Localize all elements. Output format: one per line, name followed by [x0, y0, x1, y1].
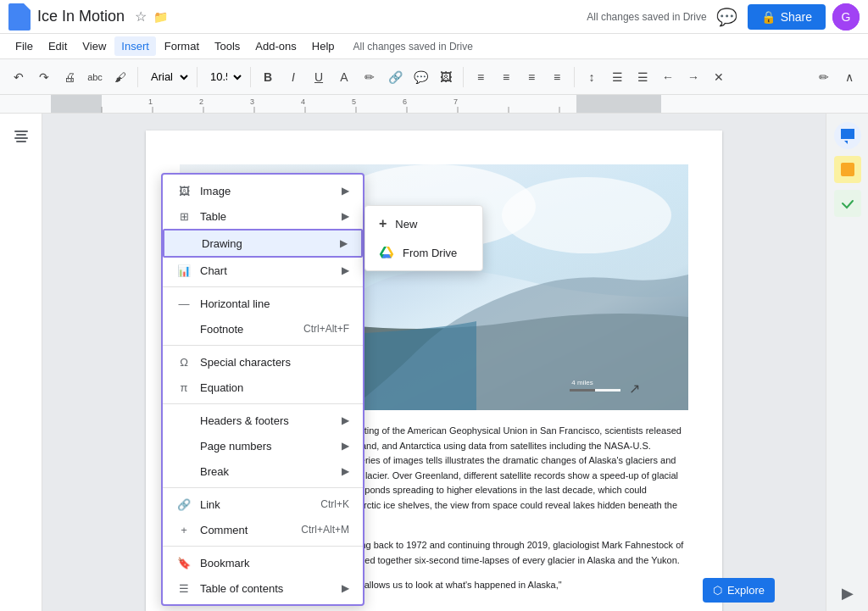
page-numbers-icon — [176, 438, 192, 453]
edit-tools-button[interactable]: ✏ — [812, 65, 836, 89]
menu-item-chart[interactable]: 📊 Chart ▶ — [163, 258, 363, 283]
indent-less-button[interactable]: ← — [656, 65, 680, 89]
drawing-from-drive[interactable]: From Drive — [365, 238, 482, 267]
menu-item-headers[interactable]: Headers & footers ▶ — [163, 408, 363, 433]
menu-item-footnote[interactable]: Footnote Ctrl+Alt+F — [163, 316, 363, 342]
fontsize-select[interactable]: 10.5 — [203, 65, 245, 89]
toolbar-separator-4 — [463, 67, 464, 87]
menu-divider-4 — [163, 487, 363, 488]
menu-item-page-numbers[interactable]: Page numbers ▶ — [163, 433, 363, 458]
menu-file[interactable]: File — [8, 36, 40, 56]
align-center-button[interactable]: ≡ — [494, 65, 518, 89]
svg-text:7: 7 — [453, 97, 458, 106]
menu-item-break[interactable]: Break ▶ — [163, 458, 363, 484]
spellcheck-button[interactable]: abc — [83, 65, 107, 89]
drawing-new[interactable]: + New — [365, 209, 482, 238]
drawing-menu-icon — [178, 236, 193, 251]
highlight-button[interactable]: ✏ — [358, 65, 381, 89]
title-bar: Ice In Motion ☆ 📁 All changes saved in D… — [0, 0, 868, 34]
svg-rect-21 — [14, 137, 28, 139]
right-comment-icon[interactable] — [834, 122, 861, 149]
underline-button[interactable]: U — [307, 65, 331, 89]
image-menu-icon: 🖼 — [176, 183, 192, 198]
svg-rect-0 — [51, 95, 102, 113]
menu-format[interactable]: Format — [158, 36, 206, 56]
menu-item-link[interactable]: 🔗 Link Ctrl+K — [163, 492, 363, 517]
hline-menu-icon: — — [176, 296, 192, 311]
headers-icon — [176, 413, 192, 428]
menu-item-table[interactable]: ⊞ Table ▶ — [163, 203, 363, 229]
new-drawing-icon: + — [379, 216, 387, 231]
svg-text:3: 3 — [250, 97, 254, 106]
arrow-icon-8: ▶ — [342, 582, 349, 594]
avatar: G — [832, 3, 860, 31]
folder-icon[interactable]: 📁 — [153, 10, 168, 24]
star-icon[interactable]: ☆ — [135, 8, 147, 25]
explore-button[interactable]: ⬡ Explore — [703, 578, 775, 603]
image-button[interactable]: 🖼 — [434, 65, 458, 89]
font-select[interactable]: Arial — [143, 65, 192, 89]
menu-item-image[interactable]: 🖼 Image ▶ — [163, 178, 363, 203]
menu-item-hline[interactable]: — Horizontal line — [163, 291, 363, 316]
share-button[interactable]: 🔒 Share — [748, 4, 826, 30]
menu-help[interactable]: Help — [305, 36, 342, 56]
align-left-button[interactable]: ≡ — [469, 65, 492, 89]
svg-point-26 — [502, 177, 671, 253]
list-button[interactable]: ☰ — [605, 65, 629, 89]
menu-edit[interactable]: Edit — [42, 36, 74, 56]
arrow-icon: ▶ — [342, 185, 349, 197]
right-panel: ▶ — [826, 114, 868, 611]
menu-item-toc[interactable]: ☰ Table of contents ▶ — [163, 575, 363, 601]
arrow-icon-6: ▶ — [342, 440, 349, 452]
link-menu-icon: 🔗 — [176, 497, 192, 512]
menu-item-special-chars[interactable]: Ω Special characters — [163, 349, 363, 375]
undo-button[interactable]: ↶ — [7, 65, 31, 89]
bookmark-icon: 🔖 — [176, 555, 192, 570]
menu-bar: File Edit View Insert Format Tools Add-o… — [0, 34, 868, 59]
clear-formatting-button[interactable]: ✕ — [707, 65, 731, 89]
comment-inline-button[interactable]: 💬 — [409, 65, 432, 89]
comment-shortcut: Ctrl+Alt+M — [301, 524, 349, 536]
italic-button[interactable]: I — [281, 65, 305, 89]
toc-icon: ☰ — [176, 580, 192, 596]
header-right: 💬 🔒 Share G — [714, 3, 860, 31]
menu-tools[interactable]: Tools — [208, 36, 247, 56]
footnote-shortcut: Ctrl+Alt+F — [303, 323, 349, 335]
collapse-button[interactable]: ∧ — [837, 65, 861, 89]
insert-menu: 🖼 Image ▶ ⊞ Table ▶ Drawing ▶ — [161, 173, 364, 606]
text-color-button[interactable]: A — [332, 65, 356, 89]
print-button[interactable]: 🖨 — [58, 65, 81, 89]
expand-right-button[interactable]: ▶ — [842, 584, 854, 603]
left-sidebar — [0, 114, 42, 611]
drive-icon — [379, 245, 394, 260]
arrow-icon-3: ▶ — [340, 237, 348, 249]
arrow-icon-7: ▶ — [342, 465, 349, 477]
svg-text:5: 5 — [352, 97, 356, 106]
menu-view[interactable]: View — [75, 36, 113, 56]
page-area[interactable]: 4 miles ↗ At a media briefing Dec. 9 at … — [42, 114, 826, 611]
menu-item-drawing[interactable]: Drawing ▶ — [163, 229, 363, 258]
explore-icon: ⬡ — [713, 584, 722, 597]
bold-button[interactable]: B — [256, 65, 280, 89]
toolbar-separator-3 — [250, 67, 251, 87]
sidebar-outline-icon[interactable] — [8, 122, 35, 149]
paint-format-button[interactable]: 🖌 — [108, 65, 132, 89]
right-sticky-icon[interactable] — [834, 156, 861, 183]
indent-more-button[interactable]: → — [682, 65, 705, 89]
redo-button[interactable]: ↷ — [32, 65, 56, 89]
comment-button[interactable]: 💬 — [714, 3, 741, 31]
align-right-button[interactable]: ≡ — [520, 65, 543, 89]
right-check-icon[interactable] — [834, 190, 861, 217]
menu-item-comment[interactable]: + Comment Ctrl+Alt+M — [163, 517, 363, 542]
menu-insert[interactable]: Insert — [114, 36, 156, 56]
menu-addons[interactable]: Add-ons — [248, 36, 303, 56]
numbered-list-button[interactable]: ☰ — [631, 65, 654, 89]
line-spacing-button[interactable]: ↕ — [580, 65, 604, 89]
link-shortcut: Ctrl+K — [320, 498, 349, 510]
link-button[interactable]: 🔗 — [383, 65, 407, 89]
comment-menu-icon: + — [176, 522, 192, 537]
menu-item-bookmark[interactable]: 🔖 Bookmark — [163, 550, 363, 575]
align-justify-button[interactable]: ≡ — [545, 65, 569, 89]
menu-item-equation[interactable]: π Equation — [163, 375, 363, 400]
toolbar-separator-5 — [574, 67, 575, 87]
